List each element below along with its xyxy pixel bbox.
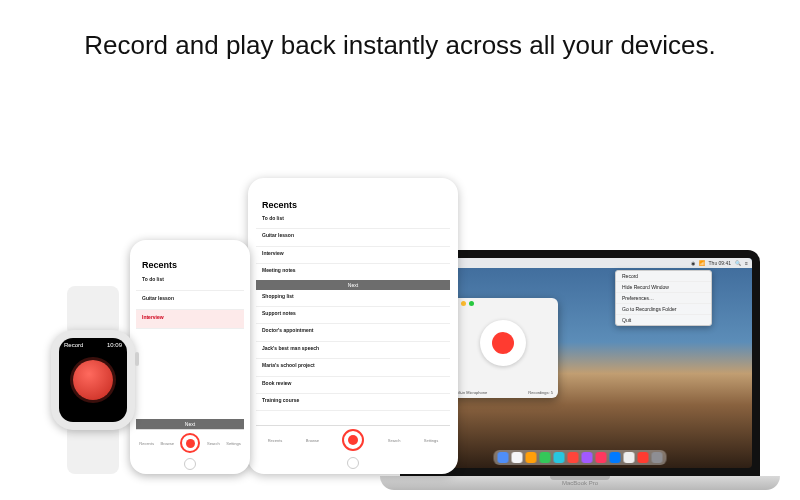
record-button[interactable] bbox=[73, 360, 113, 400]
list-item[interactable]: Support notes bbox=[256, 307, 450, 324]
menubar-record-icon[interactable]: ◉ bbox=[691, 260, 695, 266]
dock-app-icon[interactable] bbox=[540, 452, 551, 463]
tab-settings[interactable]: Settings bbox=[226, 441, 240, 446]
dock-app-icon[interactable] bbox=[512, 452, 523, 463]
popup-item-record[interactable]: Record bbox=[616, 271, 711, 282]
watch-band-bottom bbox=[67, 424, 119, 474]
tab-search[interactable]: Search bbox=[388, 438, 401, 443]
watch-time: 10:09 bbox=[107, 342, 122, 348]
ipad-screen: Recents To do list Guitar lesson Intervi… bbox=[256, 196, 450, 454]
ipad-tabbar: Recents Browse Search Settings bbox=[256, 425, 450, 454]
list-item[interactable]: To do list bbox=[256, 212, 450, 229]
iphone-tabbar: Recents Browse Search Settings bbox=[136, 429, 244, 456]
dock-app-icon[interactable] bbox=[568, 452, 579, 463]
list-item[interactable]: Doctor's appointment bbox=[256, 324, 450, 341]
dock-app-icon[interactable] bbox=[638, 452, 649, 463]
ipad-playbar[interactable]: Next bbox=[256, 280, 450, 290]
list-item[interactable]: To do list bbox=[136, 272, 244, 291]
device-stage: ◉ 📶 Thu 09:41 🔍 ≡ Record Hide Record Win… bbox=[0, 100, 800, 500]
input-device-label: Built-in Microphone bbox=[453, 390, 487, 395]
ipad-home-button[interactable] bbox=[347, 457, 359, 469]
dock-app-icon[interactable] bbox=[582, 452, 593, 463]
list-item[interactable]: Training course bbox=[256, 394, 450, 411]
menubar-siri-icon[interactable]: ≡ bbox=[745, 260, 748, 266]
record-button[interactable] bbox=[342, 429, 364, 451]
apple-watch: Record 10:09 bbox=[38, 286, 148, 474]
watch-title: Record bbox=[64, 342, 83, 348]
list-item[interactable]: Meeting notes bbox=[256, 264, 450, 280]
menubar-popup: Record Hide Record Window Preferences… G… bbox=[615, 270, 712, 326]
macbook-screen: ◉ 📶 Thu 09:41 🔍 ≡ Record Hide Record Win… bbox=[408, 258, 752, 468]
popup-item-quit[interactable]: Quit bbox=[616, 315, 711, 325]
iphone-playbar[interactable]: Next bbox=[136, 419, 244, 429]
dock-app-icon[interactable] bbox=[596, 452, 607, 463]
list-item[interactable]: Guitar lesson bbox=[256, 229, 450, 246]
tab-browse[interactable]: Browse bbox=[161, 441, 174, 446]
dock-app-icon[interactable] bbox=[624, 452, 635, 463]
watch-screen: Record 10:09 bbox=[59, 338, 127, 422]
macbook-label: MacBook Pro bbox=[380, 480, 780, 486]
ipad: Recents To do list Guitar lesson Intervi… bbox=[248, 178, 458, 474]
ipad-header: Recents bbox=[256, 196, 450, 212]
dock-app-icon[interactable] bbox=[554, 452, 565, 463]
tab-recents[interactable]: Recents bbox=[268, 438, 283, 443]
menubar-search-icon[interactable]: 🔍 bbox=[735, 260, 741, 266]
list-item[interactable]: Maria's school project bbox=[256, 359, 450, 376]
dock-app-icon[interactable] bbox=[652, 452, 663, 463]
ipad-list[interactable]: To do list Guitar lesson Interview Meeti… bbox=[256, 212, 450, 280]
menubar-clock: Thu 09:41 bbox=[709, 260, 732, 266]
list-item[interactable]: Shopping list bbox=[256, 290, 450, 307]
mac-menubar: ◉ 📶 Thu 09:41 🔍 ≡ bbox=[408, 258, 752, 268]
popup-item-hide[interactable]: Hide Record Window bbox=[616, 282, 711, 293]
list-item[interactable]: Interview bbox=[136, 310, 244, 329]
watch-case: Record 10:09 bbox=[51, 330, 135, 430]
dock-app-icon[interactable] bbox=[610, 452, 621, 463]
recordings-count: Recordings: 5 bbox=[528, 390, 553, 395]
headline: Record and play back instantly across al… bbox=[0, 30, 800, 61]
list-item[interactable]: Guitar lesson bbox=[136, 291, 244, 310]
iphone-header: Recents bbox=[136, 256, 244, 272]
record-button[interactable] bbox=[480, 320, 526, 366]
iphone-screen: Recents To do list Guitar lesson Intervi… bbox=[136, 256, 244, 456]
ipad-list-continued[interactable]: Shopping list Support notes Doctor's app… bbox=[256, 290, 450, 425]
mac-dock[interactable] bbox=[494, 450, 667, 465]
digital-crown[interactable] bbox=[135, 352, 139, 366]
dock-app-icon[interactable] bbox=[498, 452, 509, 463]
tab-settings[interactable]: Settings bbox=[424, 438, 438, 443]
list-item[interactable]: Jack's best man speech bbox=[256, 342, 450, 359]
dock-app-icon[interactable] bbox=[526, 452, 537, 463]
iphone: Recents To do list Guitar lesson Intervi… bbox=[130, 240, 250, 474]
popup-item-preferences[interactable]: Preferences… bbox=[616, 293, 711, 304]
popup-item-folder[interactable]: Go to Recordings Folder bbox=[616, 304, 711, 315]
record-button[interactable] bbox=[180, 433, 200, 453]
list-item[interactable]: Book review bbox=[256, 377, 450, 394]
iphone-list[interactable]: To do list Guitar lesson Interview bbox=[136, 272, 244, 419]
tab-browse[interactable]: Browse bbox=[306, 438, 319, 443]
mac-record-window: Built-in Microphone Recordings: 5 bbox=[448, 298, 558, 398]
watch-band-top bbox=[67, 286, 119, 336]
menubar-wifi-icon[interactable]: 📶 bbox=[699, 260, 705, 266]
tab-search[interactable]: Search bbox=[207, 441, 220, 446]
iphone-home-button[interactable] bbox=[184, 458, 196, 470]
list-item[interactable]: Interview bbox=[256, 247, 450, 264]
